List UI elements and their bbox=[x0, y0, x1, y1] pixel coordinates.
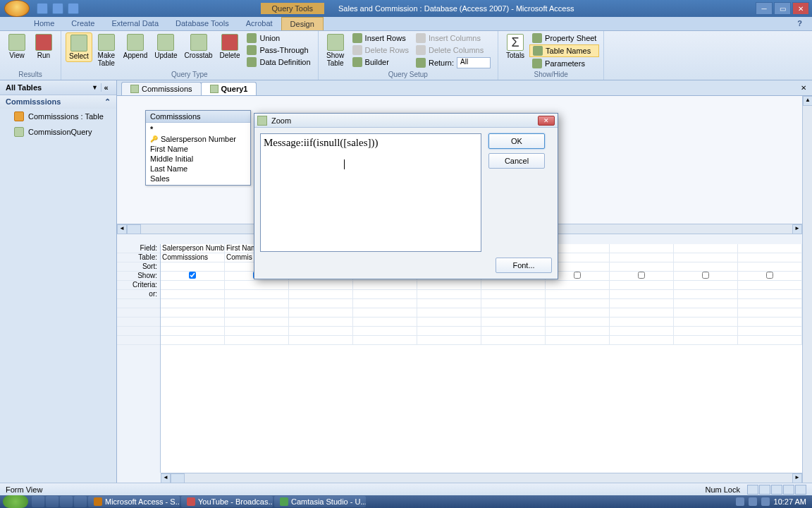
doc-close-button[interactable]: ✕ bbox=[798, 84, 809, 95]
grid-cell[interactable]: Salersperson Number bbox=[161, 244, 225, 253]
show-checkbox[interactable] bbox=[702, 272, 709, 279]
grid-cell[interactable] bbox=[353, 290, 417, 298]
quick-launch-icon[interactable] bbox=[60, 496, 73, 507]
grid-cell[interactable] bbox=[417, 336, 481, 344]
main-vscroll[interactable]: ▲ bbox=[802, 96, 812, 483]
grid-cell[interactable] bbox=[161, 290, 225, 298]
grid-cell[interactable] bbox=[674, 336, 738, 344]
view-design-icon[interactable] bbox=[795, 485, 806, 495]
grid-cell[interactable] bbox=[289, 299, 353, 308]
grid-cell[interactable] bbox=[161, 299, 225, 308]
grid-cell[interactable] bbox=[417, 281, 481, 289]
grid-cell[interactable] bbox=[353, 318, 417, 326]
grid-cell[interactable] bbox=[738, 272, 802, 280]
field-item[interactable]: Sales bbox=[146, 174, 250, 183]
show-checkbox[interactable] bbox=[766, 272, 773, 279]
grid-cell[interactable] bbox=[738, 281, 802, 289]
datadef-button[interactable]: Data Definition bbox=[244, 56, 313, 68]
scroll-thumb[interactable] bbox=[127, 224, 141, 234]
close-button[interactable]: ✕ bbox=[792, 2, 809, 15]
select-query-button[interactable]: Select bbox=[66, 32, 92, 62]
grid-cell[interactable] bbox=[161, 327, 225, 335]
zoom-close-button[interactable]: ✕ bbox=[538, 116, 555, 126]
grid-cell[interactable] bbox=[738, 290, 802, 298]
grid-cell[interactable] bbox=[738, 253, 802, 262]
grid-cell[interactable] bbox=[546, 336, 610, 344]
property-sheet-button[interactable]: Property Sheet bbox=[529, 32, 599, 44]
taskbar-item[interactable]: Microsoft Access - S... bbox=[88, 496, 180, 507]
show-checkbox[interactable] bbox=[189, 272, 196, 279]
grid-cell[interactable] bbox=[225, 318, 289, 326]
delete-cols-button[interactable]: Delete Columns bbox=[413, 44, 493, 56]
grid-cell[interactable] bbox=[610, 281, 674, 289]
grid-cell[interactable] bbox=[674, 318, 738, 326]
doc-tab-commissions[interactable]: Commisssions bbox=[121, 82, 202, 95]
grid-cell[interactable] bbox=[738, 308, 802, 317]
grid-cell[interactable] bbox=[738, 299, 802, 308]
view-datasheet-icon[interactable] bbox=[747, 485, 758, 495]
help-icon[interactable]: ? bbox=[793, 17, 806, 30]
grid-cell[interactable] bbox=[674, 290, 738, 298]
start-button[interactable] bbox=[3, 495, 28, 508]
scroll-right-icon[interactable]: ► bbox=[792, 224, 802, 234]
grid-cell[interactable]: Commisssions bbox=[161, 253, 225, 262]
grid-cell[interactable] bbox=[353, 336, 417, 344]
grid-cell[interactable] bbox=[546, 290, 610, 298]
grid-cell[interactable] bbox=[674, 308, 738, 317]
run-button[interactable]: Run bbox=[31, 32, 56, 61]
zoom-ok-button[interactable]: OK bbox=[488, 133, 545, 149]
quick-launch-icon[interactable] bbox=[74, 496, 87, 507]
grid-cell[interactable] bbox=[289, 308, 353, 317]
grid-cell[interactable] bbox=[225, 336, 289, 344]
zoom-titlebar[interactable]: Zoom ✕ bbox=[254, 114, 558, 128]
field-pk[interactable]: Salersperson Number bbox=[146, 134, 250, 144]
grid-cell[interactable] bbox=[674, 281, 738, 289]
office-button[interactable] bbox=[4, 0, 30, 17]
nav-collapse-icon[interactable]: « bbox=[101, 83, 111, 92]
scroll-thumb[interactable] bbox=[171, 473, 185, 483]
grid-cell[interactable] bbox=[417, 308, 481, 317]
field-item[interactable]: Last Name bbox=[146, 164, 250, 174]
scroll-up-icon[interactable]: ▲ bbox=[803, 96, 812, 106]
grid-cell[interactable] bbox=[738, 327, 802, 335]
grid-cell[interactable] bbox=[161, 318, 225, 326]
show-checkbox[interactable] bbox=[574, 272, 581, 279]
grid-cell[interactable] bbox=[674, 272, 738, 280]
grid-cell[interactable] bbox=[161, 336, 225, 344]
minimize-button[interactable]: ─ bbox=[756, 2, 773, 15]
field-star[interactable]: * bbox=[146, 124, 250, 134]
nav-group-header[interactable]: Commisssions⌃ bbox=[0, 95, 116, 109]
insert-cols-button[interactable]: Insert Columns bbox=[413, 32, 493, 44]
parameters-button[interactable]: Parameters bbox=[529, 58, 599, 69]
update-button[interactable]: Update bbox=[152, 32, 180, 61]
quick-launch-icon[interactable] bbox=[32, 496, 44, 507]
tab-home[interactable]: Home bbox=[25, 17, 63, 30]
grid-cell[interactable] bbox=[481, 299, 546, 308]
quick-launch-icon[interactable] bbox=[46, 496, 59, 507]
scroll-right-icon[interactable]: ► bbox=[792, 473, 802, 483]
grid-cell[interactable] bbox=[546, 327, 610, 335]
tab-database-tools[interactable]: Database Tools bbox=[167, 17, 238, 30]
view-chart-icon[interactable] bbox=[771, 485, 782, 495]
grid-cell[interactable] bbox=[417, 318, 481, 326]
grid-cell[interactable] bbox=[481, 308, 546, 317]
zoom-cancel-button[interactable]: Cancel bbox=[488, 153, 545, 169]
grid-cell[interactable] bbox=[225, 327, 289, 335]
tab-external-data[interactable]: External Data bbox=[103, 17, 167, 30]
grid-cell[interactable] bbox=[546, 308, 610, 317]
grid-cell[interactable] bbox=[289, 336, 353, 344]
zoom-textarea[interactable] bbox=[260, 133, 481, 252]
grid-cell[interactable] bbox=[481, 336, 546, 344]
tab-create[interactable]: Create bbox=[63, 17, 103, 30]
grid-cell[interactable] bbox=[417, 327, 481, 335]
grid-cell[interactable] bbox=[738, 318, 802, 326]
grid-cell[interactable] bbox=[289, 281, 353, 289]
delete-rows-button[interactable]: Delete Rows bbox=[350, 44, 412, 56]
grid-cell[interactable] bbox=[610, 244, 674, 253]
grid-cell[interactable] bbox=[546, 318, 610, 326]
qat-save-icon[interactable] bbox=[37, 3, 48, 14]
grid-cell[interactable] bbox=[289, 290, 353, 298]
grid-cell[interactable] bbox=[738, 244, 802, 253]
grid-cell[interactable] bbox=[481, 281, 546, 289]
maximize-button[interactable]: ▭ bbox=[774, 2, 791, 15]
